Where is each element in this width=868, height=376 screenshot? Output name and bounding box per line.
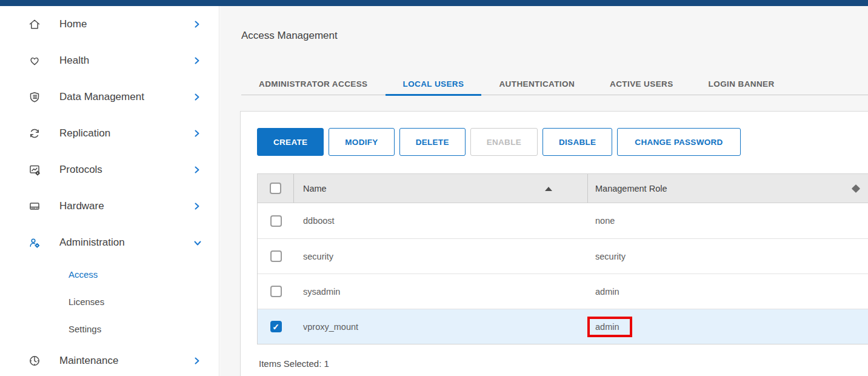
user-name: ddboost — [303, 216, 335, 226]
user-role: none — [595, 216, 615, 226]
chevron-right-icon — [193, 20, 201, 29]
row-checkbox-checked[interactable] — [270, 321, 282, 332]
modify-button[interactable]: MODIFY — [329, 128, 394, 156]
home-icon — [28, 18, 41, 31]
sidebar-item-label: Hardware — [59, 200, 193, 212]
sidebar-item-maintenance[interactable]: Maintenance — [0, 343, 219, 376]
name-column-header[interactable]: Name — [294, 174, 588, 203]
protocols-gear-icon — [28, 163, 41, 176]
app-window: Home Health Data Management — [0, 0, 868, 376]
tab-login-banner[interactable]: LOGIN BANNER — [691, 73, 792, 95]
sidebar-item-label: Administration — [59, 237, 193, 249]
tab-active-users[interactable]: ACTIVE USERS — [592, 73, 691, 95]
shield-icon — [28, 90, 41, 104]
enable-button: ENABLE — [470, 128, 538, 156]
sidebar-item-administration[interactable]: Administration — [0, 224, 219, 261]
top-navy-bar — [0, 0, 868, 6]
sidebar-item-protocols[interactable]: Protocols — [0, 152, 219, 188]
table-row-vproxy-mount[interactable]: vproxy_mount admin — [258, 309, 868, 344]
chevron-right-icon — [193, 357, 201, 365]
row-checkbox[interactable] — [270, 215, 282, 227]
heart-icon — [28, 54, 41, 67]
sidebar-item-home[interactable]: Home — [0, 6, 219, 42]
change-password-button[interactable]: CHANGE PASSWORD — [617, 128, 740, 156]
row-checkbox[interactable] — [270, 286, 282, 297]
table-row-ddboost[interactable]: ddboost none — [258, 203, 868, 238]
sidebar-item-health[interactable]: Health — [0, 42, 219, 79]
sidebar-item-label: Home — [59, 18, 193, 30]
sidebar-item-label: Protocols — [59, 164, 193, 176]
tab-bar: ADMINISTRATOR ACCESS LOCAL USERS AUTHENT… — [241, 73, 868, 95]
sidebar-item-hardware[interactable]: Hardware — [0, 188, 219, 224]
role-column-header[interactable]: Management Role — [588, 174, 868, 203]
chevron-right-icon — [193, 93, 201, 101]
table-row-security[interactable]: security security — [258, 238, 868, 274]
user-role: security — [595, 252, 626, 261]
sidebar-subitem-licenses[interactable]: Licenses — [0, 288, 219, 315]
sidebar-item-label: Health — [59, 55, 193, 67]
sidebar-subitem-label: Licenses — [68, 297, 104, 307]
user-gear-icon — [28, 236, 41, 249]
tab-administrator-access[interactable]: ADMINISTRATOR ACCESS — [241, 73, 386, 95]
items-selected-status: Items Selected: 1 — [259, 358, 868, 369]
sync-icon — [28, 127, 41, 140]
chevron-right-icon — [193, 129, 201, 138]
user-role: admin — [595, 322, 619, 332]
sidebar-subitem-settings[interactable]: Settings — [0, 315, 219, 343]
red-annotation-box: admin — [587, 317, 632, 337]
sort-ascending-icon — [545, 187, 552, 191]
table-row-sysadmin[interactable]: sysadmin admin — [258, 274, 868, 309]
create-button[interactable]: CREATE — [257, 128, 324, 156]
sidebar-subitem-label: Settings — [68, 324, 101, 334]
tab-local-users[interactable]: LOCAL USERS — [386, 73, 482, 95]
page-title: Access Management — [241, 30, 338, 42]
main-content: Access Management ADMINISTRATOR ACCESS L… — [220, 6, 868, 376]
select-all-checkbox[interactable] — [270, 183, 281, 194]
local-users-panel: CREATE MODIFY DELETE ENABLE DISABLE CHAN… — [240, 111, 868, 376]
disable-button[interactable]: DISABLE — [542, 128, 612, 156]
sidebar-item-label: Data Management — [59, 91, 193, 103]
tab-authentication[interactable]: AUTHENTICATION — [481, 73, 592, 95]
user-name: security — [303, 252, 333, 261]
select-all-cell — [258, 174, 294, 203]
local-users-table: Name Management Role ddboost none secur — [257, 173, 868, 344]
sidebar: Home Health Data Management — [0, 6, 219, 376]
clock-icon — [28, 354, 41, 368]
table-header-row: Name Management Role — [258, 174, 868, 203]
user-name: vproxy_mount — [303, 322, 358, 332]
chevron-right-icon — [193, 166, 201, 174]
user-name: sysadmin — [303, 287, 340, 297]
chevron-right-icon — [193, 202, 201, 210]
server-icon — [28, 200, 41, 213]
chevron-down-icon — [193, 238, 201, 247]
sidebar-item-replication[interactable]: Replication — [0, 115, 219, 152]
row-checkbox[interactable] — [270, 250, 282, 262]
user-role: admin — [595, 287, 619, 297]
sidebar-item-label: Replication — [59, 127, 193, 139]
sidebar-item-data-management[interactable]: Data Management — [0, 79, 219, 115]
sidebar-subitem-access[interactable]: Access — [0, 261, 219, 288]
toolbar: CREATE MODIFY DELETE ENABLE DISABLE CHAN… — [257, 128, 868, 156]
delete-button[interactable]: DELETE — [399, 128, 466, 156]
chevron-right-icon — [193, 56, 201, 65]
sidebar-item-label: Maintenance — [59, 355, 193, 367]
sidebar-subitem-label: Access — [68, 269, 98, 280]
column-settings-diamond-icon[interactable] — [852, 184, 860, 192]
